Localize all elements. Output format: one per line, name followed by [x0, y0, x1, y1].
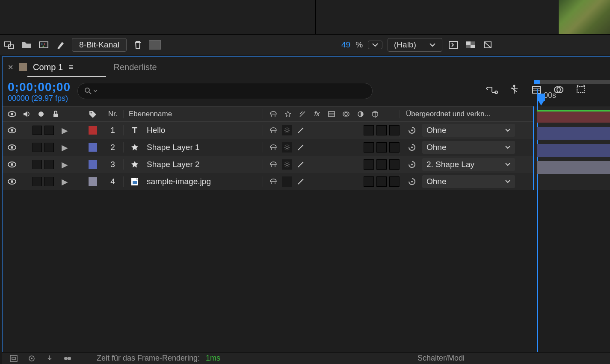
- visibility-toggle[interactable]: [6, 176, 18, 187]
- track-bar-4[interactable]: [537, 161, 610, 174]
- switch-box-a[interactable]: [364, 142, 374, 153]
- pickwhip-icon[interactable]: [406, 176, 418, 187]
- fx-header-icon[interactable]: fx: [311, 109, 323, 119]
- motion-blur-icon[interactable]: [574, 83, 588, 97]
- shy-switch[interactable]: [267, 125, 279, 135]
- zoom-value[interactable]: 49: [341, 40, 350, 50]
- footer-icon-2[interactable]: [26, 353, 38, 364]
- brush-icon[interactable]: [55, 40, 67, 50]
- solo-toggle[interactable]: [44, 143, 54, 152]
- label-color[interactable]: [89, 160, 97, 169]
- frameblend-header-icon[interactable]: [326, 109, 338, 119]
- parent-dropdown[interactable]: 2. Shape Lay: [422, 158, 515, 171]
- label-column-icon[interactable]: [87, 109, 99, 119]
- switch-box-b[interactable]: [376, 176, 387, 187]
- solo-toggle[interactable]: [44, 177, 54, 186]
- playhead[interactable]: [537, 94, 545, 101]
- layer-row[interactable]: ▶4sample-image.jpgOhne: [3, 173, 533, 190]
- audio-column-icon[interactable]: [21, 109, 33, 119]
- switch-box-c[interactable]: [389, 125, 400, 135]
- collapse-switch[interactable]: [282, 176, 292, 187]
- 3d-header-icon[interactable]: [369, 109, 381, 119]
- visibility-toggle[interactable]: [6, 142, 18, 153]
- footer-icon-1[interactable]: [8, 353, 20, 364]
- audio-toggle[interactable]: [33, 177, 42, 186]
- pickwhip-icon[interactable]: [406, 125, 418, 135]
- quality-switch[interactable]: [295, 176, 307, 187]
- mask-icon[interactable]: [482, 40, 494, 50]
- switch-box-b[interactable]: [376, 159, 387, 170]
- zoom-dropdown[interactable]: [368, 41, 382, 49]
- switch-box-a[interactable]: [364, 159, 374, 170]
- layer-name[interactable]: Shape Layer 2: [147, 160, 200, 169]
- trash-icon[interactable]: [132, 40, 144, 50]
- bit-depth-button[interactable]: 8-Bit-Kanal: [72, 38, 127, 52]
- collapse-switch[interactable]: [282, 125, 292, 135]
- quality-switch[interactable]: [295, 142, 307, 153]
- motionblur-header-icon[interactable]: [340, 109, 352, 119]
- twirl-icon[interactable]: ▶: [62, 126, 68, 135]
- label-color[interactable]: [89, 177, 97, 186]
- shy-switch[interactable]: [267, 176, 279, 187]
- flowchart-icon[interactable]: [3, 40, 15, 50]
- frame-info[interactable]: 00000 (29.97 fps): [8, 94, 71, 103]
- pickwhip-icon[interactable]: [406, 142, 418, 153]
- shy-header-icon[interactable]: [267, 109, 279, 119]
- switch-box-c[interactable]: [389, 176, 400, 187]
- parent-dropdown[interactable]: Ohne: [422, 141, 515, 154]
- name-column-header[interactable]: Ebenenname: [123, 110, 263, 118]
- shy-switch[interactable]: [267, 142, 279, 153]
- label-color[interactable]: [89, 143, 97, 152]
- track-bar-3[interactable]: [537, 144, 610, 157]
- twirl-icon[interactable]: ▶: [62, 143, 68, 153]
- transparency-grid-icon[interactable]: [465, 40, 477, 50]
- tab-renderlist[interactable]: Renderliste: [114, 62, 157, 72]
- switch-box-c[interactable]: [389, 159, 400, 170]
- draft3d-icon[interactable]: [507, 83, 521, 97]
- lock-column-icon[interactable]: [50, 109, 62, 119]
- solo-toggle[interactable]: [44, 126, 54, 135]
- quality-dropdown[interactable]: (Halb): [388, 38, 442, 52]
- collapse-header-icon[interactable]: [282, 109, 294, 119]
- layer-row[interactable]: ▶2Shape Layer 1Ohne: [3, 139, 533, 156]
- visibility-toggle[interactable]: [6, 125, 18, 135]
- solo-column-icon[interactable]: [35, 109, 47, 119]
- shy-switch[interactable]: [267, 159, 279, 170]
- close-tab-icon[interactable]: ✕: [8, 63, 13, 71]
- quality-header-icon[interactable]: [296, 109, 308, 119]
- switch-box-c[interactable]: [389, 142, 400, 153]
- parent-column-header[interactable]: Übergeordnet und verkn...: [400, 110, 528, 118]
- nr-column-header[interactable]: Nr.: [102, 110, 123, 118]
- comp-flowchart-icon[interactable]: [485, 83, 499, 97]
- comp-icon[interactable]: [38, 40, 50, 50]
- layer-name[interactable]: Shape Layer 1: [147, 143, 200, 152]
- track-bar-2[interactable]: [537, 127, 610, 140]
- tab-comp[interactable]: Comp 1: [33, 62, 63, 72]
- collapse-switch[interactable]: [282, 142, 292, 153]
- layer-search[interactable]: [77, 83, 373, 99]
- layer-row[interactable]: ▶1HelloOhne: [3, 122, 533, 139]
- switches-modes-label[interactable]: Schalter/Modi: [418, 354, 465, 363]
- layer-name[interactable]: Hello: [147, 126, 165, 135]
- color-swatch[interactable]: [149, 40, 161, 50]
- visibility-toggle[interactable]: [6, 159, 18, 170]
- parent-dropdown[interactable]: Ohne: [422, 124, 515, 137]
- folder-icon[interactable]: [21, 40, 33, 50]
- parent-dropdown[interactable]: Ohne: [422, 175, 515, 188]
- solo-toggle[interactable]: [44, 160, 54, 169]
- track-area[interactable]: :00s: [533, 106, 610, 190]
- twirl-icon[interactable]: ▶: [62, 177, 68, 187]
- layer-name[interactable]: sample-image.jpg: [147, 177, 211, 186]
- layer-row[interactable]: ▶3Shape Layer 22. Shape Lay: [3, 156, 533, 173]
- switch-box-a[interactable]: [364, 176, 374, 187]
- footer-icon-4[interactable]: [62, 353, 74, 364]
- visibility-column-icon[interactable]: [6, 109, 18, 119]
- audio-toggle[interactable]: [33, 160, 42, 169]
- switch-box-a[interactable]: [364, 125, 374, 135]
- current-timecode[interactable]: 0;00;00;00: [8, 80, 71, 94]
- audio-toggle[interactable]: [33, 126, 42, 135]
- fast-preview-icon[interactable]: [447, 40, 459, 50]
- pickwhip-icon[interactable]: [406, 159, 418, 170]
- audio-toggle[interactable]: [33, 143, 42, 152]
- label-color[interactable]: [89, 126, 97, 135]
